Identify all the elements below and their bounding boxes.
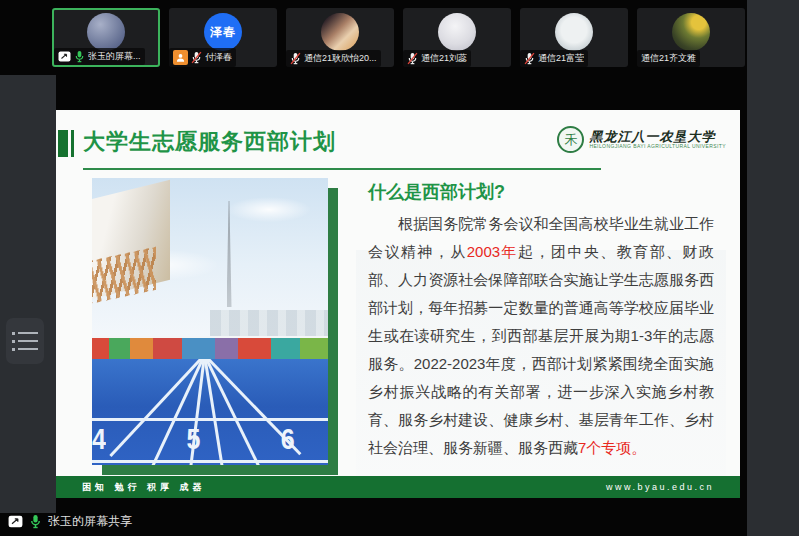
avatar: 泽春 xyxy=(204,13,242,51)
avatar xyxy=(321,13,359,51)
participant-tile-liurui[interactable]: 通信21刘蕊 xyxy=(403,8,511,67)
paragraph-part: 起，团中央、教育部、财政部、人力资源社会保障部联合实施让学生志愿服务西部计划，每… xyxy=(368,243,714,456)
stadium-photo: 4 5 6 xyxy=(92,178,328,465)
mic-muted-icon xyxy=(290,52,301,65)
mic-muted-icon xyxy=(407,52,418,65)
floating-list-button[interactable] xyxy=(6,318,44,364)
avatar xyxy=(438,13,476,51)
participant-name: 通信21齐文雅 xyxy=(641,52,696,65)
university-logo: 禾 黑龙江八一农垦大学 HEILONGJIANG BAYI AGRICULTUR… xyxy=(557,126,726,153)
participant-namebar: 付泽春 xyxy=(169,48,236,67)
participant-tile-fuzechun[interactable]: 泽春 付泽春 xyxy=(169,8,277,67)
participant-namebar: 张玉的屏幕... xyxy=(54,48,145,65)
university-name-en: HEILONGJIANG BAYI AGRICULTURAL UNIVERSIT… xyxy=(589,144,726,150)
mic-on-icon xyxy=(74,50,85,63)
participant-namebar: 通信21刘蕊 xyxy=(403,50,471,67)
lane-number: 4 xyxy=(92,422,106,455)
highlight-projects: 7个专项 xyxy=(578,439,631,456)
slide-footer: 困知 勉行 积厚 成器 www.byau.edu.cn xyxy=(56,476,740,498)
participant-tile-zhangyu[interactable]: 张玉的屏幕... xyxy=(52,8,160,67)
title-accent-bar xyxy=(58,130,68,157)
avatar xyxy=(555,13,593,51)
avatar xyxy=(672,13,710,51)
participant-strip: 张玉的屏幕... 泽春 付泽春 通信21耿欣怡20... 通信21刘蕊 通信 xyxy=(52,8,745,67)
photo-buildings xyxy=(210,310,328,336)
shared-screen-slide: 大学生志愿服务西部计划 禾 黑龙江八一农垦大学 HEILONGJIANG BAY… xyxy=(56,110,740,498)
lane-number: 5 xyxy=(186,422,200,455)
mic-on-icon xyxy=(29,514,42,529)
slide-title: 大学生志愿服务西部计划 xyxy=(83,127,336,157)
participant-name: 通信21刘蕊 xyxy=(421,52,467,65)
participant-name: 通信21富莹 xyxy=(538,52,584,65)
mic-muted-icon xyxy=(191,51,202,64)
body-paragraph: 根据国务院常务会议和全国高校毕业生就业工作会议精神，从2003年起，团中央、教育… xyxy=(368,210,714,462)
screen-share-banner: 张玉的屏幕共享 xyxy=(8,513,132,530)
university-name-cn: 黑龙江八一农垦大学 xyxy=(589,130,726,144)
title-accent-bar-thin xyxy=(71,130,74,157)
mic-muted-icon xyxy=(524,52,535,65)
highlight-year: 2003年 xyxy=(467,243,518,260)
participant-name: 张玉的屏幕... xyxy=(88,50,141,63)
left-panel-gutter xyxy=(0,75,56,513)
participant-namebar: 通信21富莹 xyxy=(520,50,588,67)
participant-name: 通信21耿欣怡20... xyxy=(304,52,377,65)
participant-tile-gengxinyi[interactable]: 通信21耿欣怡20... xyxy=(286,8,394,67)
share-banner-text: 张玉的屏幕共享 xyxy=(48,513,132,530)
screen-share-icon xyxy=(8,515,23,528)
lane-number: 6 xyxy=(281,422,295,455)
paragraph-part: 。 xyxy=(631,439,646,456)
photo-running-track: 4 5 6 xyxy=(92,359,328,465)
section-heading: 什么是西部计划? xyxy=(368,180,505,204)
avatar-initials: 泽春 xyxy=(210,24,236,41)
participant-name: 付泽春 xyxy=(205,51,232,64)
slide-header: 大学生志愿服务西部计划 禾 黑龙江八一农垦大学 HEILONGJIANG BAY… xyxy=(56,124,740,174)
participant-namebar: 通信21耿欣怡20... xyxy=(286,50,381,67)
participant-namebar: 通信21齐文雅 xyxy=(637,50,700,67)
participant-tile-fuying[interactable]: 通信21富莹 xyxy=(520,8,628,67)
right-panel-gutter xyxy=(747,0,799,536)
host-badge-icon xyxy=(173,50,188,65)
screen-share-icon xyxy=(58,51,71,62)
title-underline xyxy=(83,168,601,170)
avatar xyxy=(87,13,125,51)
participant-tile-qiwenya[interactable]: 通信21齐文雅 xyxy=(637,8,745,67)
university-seal-icon: 禾 xyxy=(557,126,584,153)
school-motto: 困知 勉行 积厚 成器 xyxy=(82,481,206,494)
website-url: www.byau.edu.cn xyxy=(606,482,714,492)
photo-stadium-seats xyxy=(92,336,328,361)
